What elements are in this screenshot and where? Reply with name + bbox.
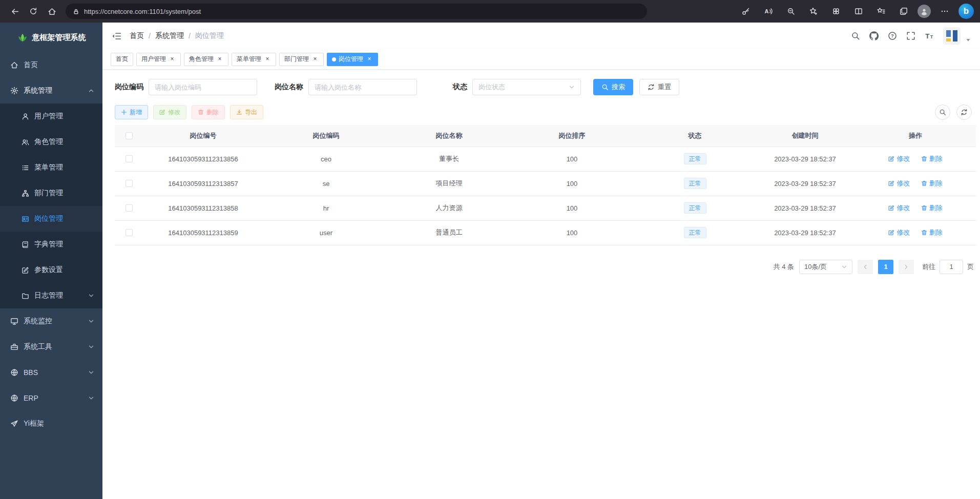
- fullscreen-button[interactable]: [906, 31, 915, 40]
- export-button[interactable]: 导出: [230, 105, 263, 119]
- tab-user-management[interactable]: 用户管理 ×: [136, 53, 181, 66]
- sidebar-item-yi-framework[interactable]: Yi框架: [0, 411, 102, 436]
- row-delete-link[interactable]: 删除: [921, 154, 943, 163]
- sidebar-item-system-management[interactable]: 系统管理: [0, 78, 102, 103]
- row-delete-link[interactable]: 删除: [921, 203, 943, 213]
- tab-close-icon[interactable]: ×: [169, 56, 176, 63]
- edit-icon: [888, 156, 894, 162]
- sidebar-item-label: 系统监控: [24, 317, 52, 326]
- add-button[interactable]: 新增: [115, 105, 148, 119]
- sidebar-item-home[interactable]: 首页: [0, 52, 102, 78]
- select-all-checkbox[interactable]: [126, 132, 133, 139]
- refresh-table-button[interactable]: [956, 105, 972, 120]
- breadcrumb-system[interactable]: 系统管理: [155, 31, 184, 40]
- help-button[interactable]: ?: [888, 31, 897, 40]
- delete-link-label: 删除: [929, 228, 943, 237]
- browser-menu-button[interactable]: [936, 3, 953, 20]
- search-button[interactable]: 搜索: [593, 79, 633, 95]
- toggle-search-button[interactable]: [935, 105, 950, 120]
- breadcrumb-home[interactable]: 首页: [130, 31, 144, 40]
- list-icon: [22, 164, 29, 172]
- sidebar-item-bbs[interactable]: BBS: [0, 360, 102, 385]
- bing-discover-button[interactable]: b: [958, 4, 974, 19]
- browser-back-button[interactable]: [6, 3, 24, 20]
- sidebar-fold-button[interactable]: [112, 32, 121, 40]
- cell-post-code: user: [263, 220, 389, 245]
- sidebar-item-menu-management[interactable]: 菜单管理: [0, 155, 102, 180]
- header-search-button[interactable]: [851, 31, 860, 40]
- row-checkbox[interactable]: [126, 180, 133, 187]
- tab-home[interactable]: 首页: [111, 53, 133, 66]
- row-delete-link[interactable]: 删除: [921, 179, 943, 188]
- row-checkbox[interactable]: [126, 155, 133, 162]
- post-name-input[interactable]: [308, 79, 417, 95]
- browser-home-button[interactable]: [43, 3, 60, 20]
- row-edit-link[interactable]: 修改: [888, 154, 910, 163]
- cell-created-time: 2023-03-29 18:52:37: [755, 220, 855, 245]
- sidebar-item-log-management[interactable]: 日志管理: [0, 283, 102, 308]
- tab-role-management[interactable]: 角色管理 ×: [184, 53, 228, 66]
- favorites-button[interactable]: [872, 3, 890, 20]
- github-link[interactable]: [869, 31, 879, 40]
- status-select[interactable]: 岗位状态: [472, 79, 581, 95]
- tab-department-management[interactable]: 部门管理 ×: [279, 53, 324, 66]
- collections-button[interactable]: [895, 3, 912, 20]
- page-number-button[interactable]: 1: [878, 260, 893, 274]
- sidebar-item-system-monitor[interactable]: 系统监控: [0, 308, 102, 334]
- trash-icon: [921, 205, 927, 211]
- sidebar-item-post-management[interactable]: 岗位管理: [0, 206, 102, 232]
- zoom-button[interactable]: [782, 3, 800, 20]
- edit-button[interactable]: 修改: [153, 105, 186, 119]
- browser-reload-button[interactable]: [25, 3, 42, 20]
- org-tree-icon: [22, 190, 29, 197]
- row-edit-link[interactable]: 修改: [888, 228, 910, 237]
- sidebar-item-label: 首页: [24, 60, 38, 70]
- tab-close-icon[interactable]: ×: [216, 56, 223, 63]
- row-delete-link[interactable]: 删除: [921, 228, 943, 237]
- delete-button[interactable]: 删除: [192, 105, 225, 119]
- prev-page-button[interactable]: [858, 260, 873, 274]
- sidebar-item-dictionary-management[interactable]: 字典管理: [0, 232, 102, 257]
- page-size-select[interactable]: 10条/页: [799, 260, 852, 274]
- goto-label: 前往: [922, 262, 935, 272]
- edit-icon: [888, 180, 894, 186]
- avatar-dropdown-caret[interactable]: [966, 37, 971, 43]
- cell-created-time: 2023-03-29 18:52:37: [755, 196, 855, 220]
- sidebar-item-parameter-settings[interactable]: 参数设置: [0, 257, 102, 283]
- tab-post-management[interactable]: 岗位管理 ×: [327, 53, 378, 66]
- tab-menu-management[interactable]: 菜单管理 ×: [232, 53, 276, 66]
- tab-close-icon[interactable]: ×: [264, 56, 271, 63]
- read-aloud-button[interactable]: A: [760, 3, 777, 20]
- row-checkbox[interactable]: [126, 229, 133, 236]
- sidebar-item-erp[interactable]: ERP: [0, 385, 102, 411]
- sidebar-item-user-management[interactable]: 用户管理: [0, 103, 102, 129]
- browser-profile-avatar[interactable]: [918, 5, 931, 18]
- chevron-down-icon: [88, 318, 94, 324]
- user-avatar[interactable]: [943, 27, 961, 45]
- address-bar[interactable]: https://ccnetcore.com:1101/system/post: [66, 4, 647, 19]
- cell-post-code: se: [263, 171, 389, 196]
- post-code-input[interactable]: [149, 79, 257, 95]
- ellipsis-icon: [941, 7, 949, 15]
- cell-created-time: 2023-03-29 18:52:37: [755, 147, 855, 171]
- tab-close-icon[interactable]: ×: [311, 56, 319, 63]
- row-edit-link[interactable]: 修改: [888, 179, 910, 188]
- goto-page-input[interactable]: [940, 260, 963, 274]
- add-favorite-button[interactable]: [805, 3, 822, 20]
- extensions-button[interactable]: [827, 3, 845, 20]
- column-post-name: 岗位名称: [389, 125, 509, 147]
- next-page-button[interactable]: [899, 260, 914, 274]
- reset-button[interactable]: 重置: [639, 79, 679, 95]
- tab-close-icon[interactable]: ×: [366, 56, 373, 63]
- sidebar-item-role-management[interactable]: 角色管理: [0, 129, 102, 155]
- sidebar-item-label: ERP: [24, 394, 38, 402]
- sidebar-item-department-management[interactable]: 部门管理: [0, 180, 102, 206]
- row-checkbox[interactable]: [126, 204, 133, 212]
- trash-icon: [921, 230, 927, 236]
- font-size-button[interactable]: TT: [925, 31, 934, 40]
- row-edit-link[interactable]: 修改: [888, 203, 910, 213]
- sidebar-item-label: BBS: [24, 368, 38, 377]
- split-screen-button[interactable]: [850, 3, 867, 20]
- password-key-button[interactable]: [737, 3, 755, 20]
- sidebar-item-system-tools[interactable]: 系统工具: [0, 334, 102, 360]
